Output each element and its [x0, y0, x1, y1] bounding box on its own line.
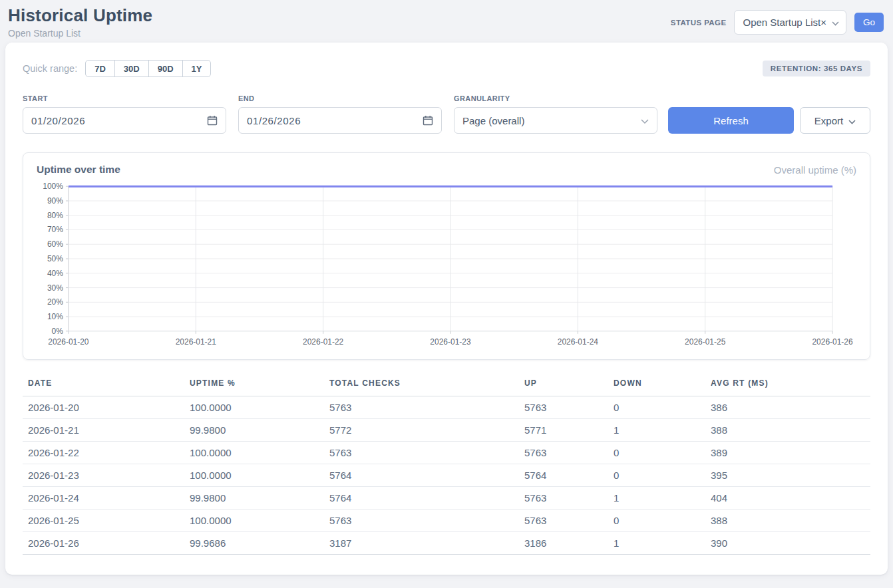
- svg-text:80%: 80%: [47, 211, 63, 220]
- calendar-icon[interactable]: [423, 115, 433, 126]
- uptime-table: DATE UPTIME % TOTAL CHECKS UP DOWN AVG R…: [23, 376, 870, 555]
- table-cell: 99.9800: [184, 419, 324, 442]
- table-cell: 1: [608, 487, 705, 510]
- svg-text:20%: 20%: [47, 297, 63, 307]
- table-cell: 0: [608, 396, 705, 419]
- table-cell: 2026-01-24: [23, 487, 184, 510]
- table-cell: 5764: [324, 464, 519, 487]
- table-cell: 395: [705, 464, 870, 487]
- quick-range-group: 7D 30D 90D 1Y: [85, 60, 211, 77]
- table-cell: 5763: [519, 510, 608, 532]
- table-cell: 388: [705, 510, 870, 532]
- end-date-value: 01/26/2026: [247, 115, 301, 126]
- table-cell: 3187: [324, 532, 519, 555]
- column-header-down: DOWN: [608, 376, 705, 396]
- table-cell: 0: [608, 464, 705, 487]
- svg-text:2026-01-21: 2026-01-21: [176, 337, 217, 347]
- svg-text:2026-01-26: 2026-01-26: [812, 337, 853, 347]
- column-header-avg-rt: AVG RT (MS): [705, 376, 870, 396]
- column-header-uptime: UPTIME %: [184, 376, 324, 396]
- table-cell: 5763: [324, 396, 519, 419]
- quick-range-30d-button[interactable]: 30D: [114, 60, 149, 77]
- table-cell: 5772: [324, 419, 519, 442]
- quick-range-1y-button[interactable]: 1Y: [182, 60, 212, 77]
- table-cell: 388: [705, 419, 870, 442]
- table-row: 2026-01-25100.0000576357630388: [23, 510, 870, 532]
- svg-text:100%: 100%: [43, 182, 63, 191]
- page-header: Historical Uptime Open Startup List STAT…: [0, 0, 893, 43]
- table-cell: 99.9800: [184, 487, 324, 510]
- table-cell: 100.0000: [184, 442, 324, 464]
- refresh-button[interactable]: Refresh: [668, 107, 794, 134]
- start-date-input[interactable]: 01/20/2026: [23, 107, 226, 134]
- main-card: Quick range: 7D 30D 90D 1Y RETENTION: 36…: [5, 43, 888, 575]
- uptime-chart-svg: 0%10%20%30%40%50%60%70%80%90%100%2026-01…: [37, 181, 856, 353]
- svg-text:60%: 60%: [47, 239, 63, 249]
- table-cell: 2026-01-20: [23, 396, 184, 419]
- table-cell: 404: [705, 487, 870, 510]
- start-date-field-group: START 01/20/2026: [23, 94, 226, 134]
- start-date-label: START: [23, 94, 226, 102]
- table-cell: 5763: [519, 487, 608, 510]
- table-cell: 389: [705, 442, 870, 464]
- table-row: 2026-01-2699.9686318731861390: [23, 532, 870, 555]
- svg-text:2026-01-23: 2026-01-23: [430, 337, 471, 347]
- table-cell: 386: [705, 396, 870, 419]
- table-cell: 390: [705, 532, 870, 555]
- quick-range-7d-button[interactable]: 7D: [85, 60, 115, 77]
- table-cell: 0: [608, 510, 705, 532]
- chevron-down-icon: [848, 115, 856, 126]
- table-cell: 100.0000: [184, 396, 324, 419]
- quick-range-90d-button[interactable]: 90D: [148, 60, 183, 77]
- end-date-field-group: END 01/26/2026: [238, 94, 442, 134]
- table-cell: 99.9686: [184, 532, 324, 555]
- status-page-select-value: Open Startup List×: [743, 17, 826, 28]
- granularity-field-group: GRANULARITY Page (overall): [454, 94, 657, 134]
- svg-text:50%: 50%: [47, 254, 63, 263]
- table-cell: 5771: [519, 419, 608, 442]
- header-controls: STATUS PAGE Open Startup List× Go: [671, 10, 884, 35]
- svg-text:30%: 30%: [47, 283, 63, 293]
- export-button[interactable]: Export: [800, 107, 870, 134]
- svg-text:90%: 90%: [47, 196, 63, 206]
- table-header-row: DATE UPTIME % TOTAL CHECKS UP DOWN AVG R…: [23, 376, 870, 396]
- chevron-down-icon: [641, 115, 649, 126]
- retention-badge: RETENTION: 365 DAYS: [763, 61, 870, 76]
- svg-text:40%: 40%: [47, 269, 63, 278]
- status-page-select[interactable]: Open Startup List×: [734, 10, 846, 35]
- table-cell: 2026-01-26: [23, 532, 184, 555]
- uptime-table-body: 2026-01-20100.00005763576303862026-01-21…: [23, 396, 870, 555]
- start-date-value: 01/20/2026: [31, 115, 85, 126]
- chart-legend: Overall uptime (%): [774, 164, 856, 176]
- table-cell: 1: [608, 532, 705, 555]
- filter-form-row: START 01/20/2026 END 01/26/2026: [23, 94, 870, 134]
- svg-text:10%: 10%: [47, 312, 63, 321]
- table-row: 2026-01-20100.0000576357630386: [23, 396, 870, 419]
- table-cell: 5764: [324, 487, 519, 510]
- svg-text:2026-01-25: 2026-01-25: [685, 337, 726, 347]
- table-cell: 2026-01-21: [23, 419, 184, 442]
- granularity-select[interactable]: Page (overall): [454, 107, 657, 134]
- end-date-input[interactable]: 01/26/2026: [238, 107, 442, 134]
- table-row: 2026-01-2499.9800576457631404: [23, 487, 870, 510]
- table-cell: 5763: [324, 442, 519, 464]
- column-header-checks: TOTAL CHECKS: [324, 376, 519, 396]
- calendar-icon[interactable]: [207, 115, 218, 126]
- table-cell: 3186: [519, 532, 608, 555]
- quick-range-label: Quick range:: [23, 63, 77, 74]
- chart-header: Uptime over time Overall uptime (%): [37, 164, 856, 176]
- status-page-label: STATUS PAGE: [671, 19, 727, 27]
- table-cell: 2026-01-25: [23, 510, 184, 532]
- table-cell: 1: [608, 419, 705, 442]
- table-cell: 2026-01-22: [23, 442, 184, 464]
- table-cell: 5763: [519, 396, 608, 419]
- column-header-up: UP: [519, 376, 608, 396]
- table-cell: 5763: [519, 442, 608, 464]
- table-cell: 0: [608, 442, 705, 464]
- chart-title: Uptime over time: [37, 164, 120, 176]
- granularity-label: GRANULARITY: [454, 94, 657, 102]
- table-cell: 5764: [519, 464, 608, 487]
- go-button[interactable]: Go: [854, 13, 884, 32]
- table-cell: 5763: [324, 510, 519, 532]
- export-button-label: Export: [814, 115, 843, 126]
